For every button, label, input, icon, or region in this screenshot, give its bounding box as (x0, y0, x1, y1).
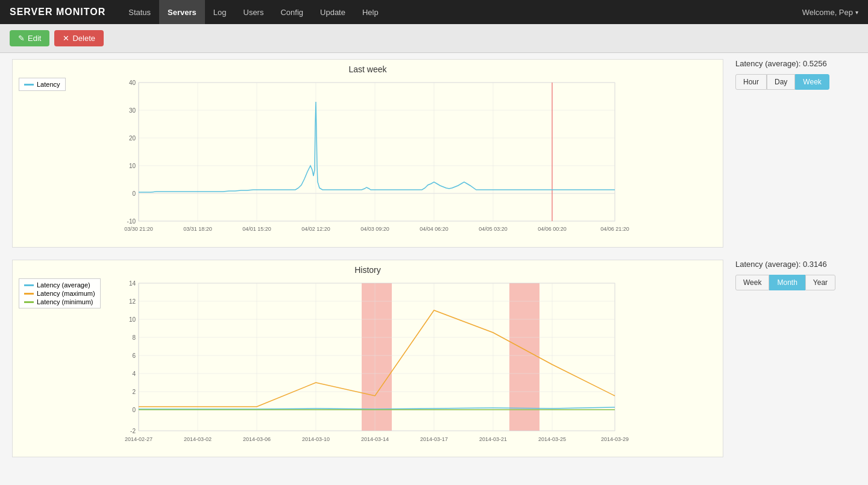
nav-item-users[interactable]: Users (235, 0, 272, 24)
chart1-container: Last week Latency (12, 59, 723, 248)
svg-text:10: 10 (129, 163, 136, 169)
svg-text:6: 6 (132, 352, 136, 359)
svg-text:2014-03-06: 2014-03-06 (243, 436, 271, 442)
delete-button[interactable]: ✕ Delete (54, 30, 104, 46)
nav-items: Status Servers Log Users Config Update H… (120, 0, 802, 24)
legend-item-max: Latency (maximum) (24, 290, 95, 297)
chart2-container: History Latency (average) Latency (maxim… (12, 260, 723, 457)
svg-text:2014-03-29: 2014-03-29 (601, 436, 629, 442)
svg-text:10: 10 (129, 316, 136, 323)
app-brand: SERVER MONITOR (10, 7, 105, 17)
nav-item-status[interactable]: Status (120, 0, 159, 24)
legend-color-avg (24, 284, 34, 286)
chart2-section: History Latency (average) Latency (maxim… (12, 260, 856, 457)
svg-text:04/04 06:20: 04/04 06:20 (420, 226, 448, 232)
chart1-legend: Latency (19, 78, 66, 91)
nav-item-help[interactable]: Help (354, 0, 387, 24)
svg-text:2014-02-27: 2014-02-27 (125, 436, 153, 442)
svg-text:2014-03-17: 2014-03-17 (420, 436, 448, 442)
svg-text:30: 30 (129, 107, 136, 114)
chart1-section: Last week Latency (12, 59, 856, 248)
main-content: Last week Latency (0, 53, 868, 481)
chart2-title: History (13, 260, 723, 277)
svg-text:2014-03-02: 2014-03-02 (184, 436, 212, 442)
svg-text:0: 0 (132, 190, 136, 197)
chart2-right: Latency (average): 0.3146 Week Month Yea… (735, 260, 856, 290)
svg-text:4: 4 (132, 371, 136, 377)
legend-item-min: Latency (minimum) (24, 298, 95, 305)
svg-text:12: 12 (129, 298, 136, 305)
close-icon: ✕ (63, 34, 69, 43)
svg-text:2014-03-14: 2014-03-14 (361, 436, 389, 442)
chart1-title: Last week (13, 60, 723, 77)
svg-text:2014-03-25: 2014-03-25 (538, 436, 566, 442)
svg-text:8: 8 (132, 334, 136, 341)
svg-text:-2: -2 (130, 428, 136, 434)
nav-item-log[interactable]: Log (205, 0, 235, 24)
svg-text:20: 20 (129, 135, 136, 142)
svg-text:03/31 18:20: 03/31 18:20 (183, 226, 212, 232)
svg-text:14: 14 (129, 280, 136, 287)
chart1-btn-day[interactable]: Day (767, 74, 795, 90)
legend-color-max (24, 293, 34, 295)
legend-color-latency (24, 84, 34, 86)
chart2-stat: Latency (average): 0.3146 (735, 260, 856, 269)
svg-text:04/02 12:20: 04/02 12:20 (301, 226, 330, 232)
chart1-stat: Latency (average): 0.5256 (735, 59, 856, 68)
toolbar: ✎ Edit ✕ Delete (0, 24, 868, 53)
chevron-down-icon: ▾ (855, 9, 858, 16)
chart2-btn-month[interactable]: Month (769, 275, 805, 290)
svg-text:03/30 21:20: 03/30 21:20 (124, 226, 153, 232)
legend-item-avg: Latency (average) (24, 281, 95, 289)
svg-text:04/05 03:20: 04/05 03:20 (479, 226, 508, 232)
chart2-time-buttons: Week Month Year (735, 275, 856, 290)
svg-text:04/01 15:20: 04/01 15:20 (242, 226, 271, 232)
nav-item-update[interactable]: Update (312, 0, 354, 24)
edit-button[interactable]: ✎ Edit (10, 30, 49, 46)
legend-color-min (24, 301, 34, 303)
chart2-btn-week[interactable]: Week (735, 275, 769, 290)
svg-text:0: 0 (132, 407, 136, 413)
svg-text:04/06 00:20: 04/06 00:20 (538, 226, 567, 232)
svg-text:2: 2 (132, 389, 136, 395)
nav-item-servers[interactable]: Servers (159, 0, 205, 24)
svg-text:-10: -10 (127, 218, 136, 225)
svg-text:2014-03-10: 2014-03-10 (302, 436, 330, 442)
nav-welcome: Welcome, Pep ▾ (802, 8, 858, 17)
chart1-right: Latency (average): 0.5256 Hour Day Week (735, 59, 856, 90)
edit-icon: ✎ (18, 34, 25, 43)
nav-item-config[interactable]: Config (272, 0, 312, 24)
svg-rect-0 (139, 83, 615, 221)
svg-text:04/03 09:20: 04/03 09:20 (360, 226, 389, 232)
navbar: SERVER MONITOR Status Servers Log Users … (0, 0, 868, 24)
legend-item-latency: Latency (24, 81, 60, 88)
svg-text:2014-03-21: 2014-03-21 (479, 436, 507, 442)
svg-text:40: 40 (129, 80, 136, 86)
chart1-btn-week[interactable]: Week (795, 74, 829, 90)
chart1-time-buttons: Hour Day Week (735, 74, 856, 90)
chart2-legend: Latency (average) Latency (maximum) Late… (19, 278, 101, 308)
chart1-svg: 40 30 20 10 0 -10 03/30 21:20 03/31 18:2… (13, 77, 723, 245)
svg-text:04/06 21:20: 04/06 21:20 (600, 226, 629, 232)
chart1-btn-hour[interactable]: Hour (735, 74, 767, 90)
chart2-btn-year[interactable]: Year (805, 275, 835, 290)
chart2-svg: 14 12 10 8 6 4 2 0 -2 2014-02-27 2014-03… (13, 277, 723, 455)
